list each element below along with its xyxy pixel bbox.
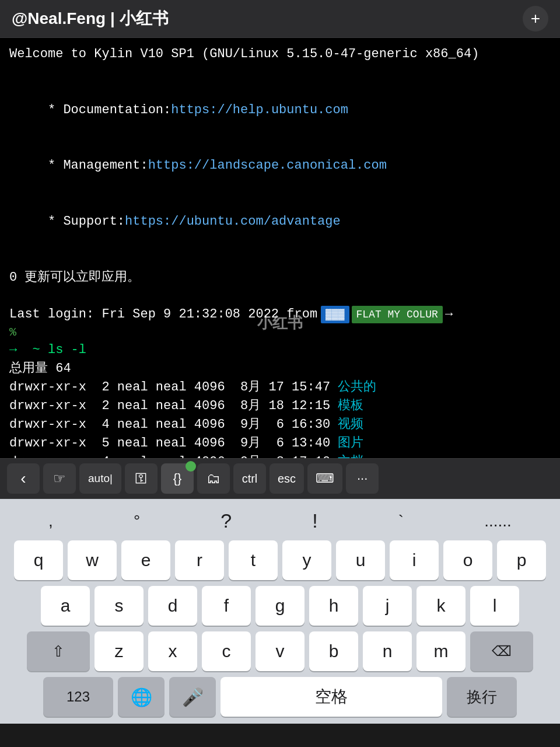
doc-line: * Documentation:https://help.ubuntu.com <box>9 82 551 138</box>
welcome-line: Welcome to Kylin V10 SP1 (GNU/Linux 5.15… <box>9 45 551 64</box>
watermark: 小红书 <box>257 313 303 336</box>
ls-row-0: drwxr-xr-x 2 neal neal 4096 8月 17 15:47 … <box>9 378 551 397</box>
keyboard: , ° ? ! ` ...... q w e r t y u i o p a s… <box>0 499 560 724</box>
question-key[interactable]: ? <box>214 506 239 536</box>
return-key[interactable]: 换行 <box>447 677 517 717</box>
total-line: 总用量 64 <box>9 359 551 378</box>
active-indicator <box>186 461 196 472</box>
key-q[interactable]: q <box>14 540 63 580</box>
key-a[interactable]: a <box>41 586 90 626</box>
mgmt-line: * Management:https://landscape.canonical… <box>9 138 551 194</box>
bottom-key-row: 123 🌐 🎤 空格 换行 <box>0 677 560 724</box>
key-f[interactable]: f <box>202 586 251 626</box>
degree-key[interactable]: ° <box>127 508 147 534</box>
key-k[interactable]: k <box>416 586 466 626</box>
auto-button[interactable]: auto| <box>79 463 121 494</box>
special-key-row: , ° ? ! ` ...... <box>0 499 560 540</box>
exclamation-key[interactable]: ! <box>305 506 324 536</box>
space-key[interactable]: 空格 <box>220 677 442 717</box>
cmd-line: → ~ ls -l <box>9 341 551 359</box>
globe-key[interactable]: 🌐 <box>118 677 164 717</box>
comma-key[interactable]: , <box>41 508 60 534</box>
key-e[interactable]: e <box>121 540 170 580</box>
shift-key[interactable]: ⇧ <box>27 631 90 671</box>
key-y[interactable]: y <box>282 540 331 580</box>
key-z[interactable]: z <box>94 631 144 671</box>
key-g[interactable]: g <box>256 586 304 626</box>
key-row-2: a s d f g h j k l <box>4 586 556 626</box>
ip-badge: ▓▓▓ FLAT MY COLUR <box>321 306 443 323</box>
update-line: 0 更新可以立即应用。 <box>9 268 551 287</box>
more-button[interactable]: ··· <box>346 463 379 494</box>
key-l[interactable]: l <box>470 586 519 626</box>
add-tab-button[interactable]: + <box>523 6 548 32</box>
support-line: * Support:https://ubuntu.com/advantage <box>9 194 551 250</box>
key-i[interactable]: i <box>390 540 439 580</box>
key-button[interactable]: ⚿ <box>125 463 158 494</box>
ctrl-button[interactable]: ctrl <box>233 463 266 494</box>
key-m[interactable]: m <box>416 631 466 671</box>
keyboard-button[interactable]: ⌨ <box>307 463 342 494</box>
key-c[interactable]: c <box>202 631 251 671</box>
key-s[interactable]: s <box>94 586 144 626</box>
key-d[interactable]: d <box>148 586 197 626</box>
key-p[interactable]: p <box>497 540 546 580</box>
key-j[interactable]: j <box>363 586 412 626</box>
terminal-title: @Neal.Feng | 小红书 <box>12 8 169 30</box>
key-b[interactable]: b <box>309 631 358 671</box>
key-w[interactable]: w <box>68 540 117 580</box>
key-row-1: q w e r t y u i o p <box>4 540 556 580</box>
ls-row-3: drwxr-xr-x 5 neal neal 4096 9月 6 13:40 图… <box>9 434 551 453</box>
ls-row-1: drwxr-xr-x 2 neal neal 4096 8月 18 12:15 … <box>9 397 551 416</box>
mic-key[interactable]: 🎤 <box>169 677 216 717</box>
key-o[interactable]: o <box>443 540 492 580</box>
ls-row-2: drwxr-xr-x 4 neal neal 4096 9月 6 16:30 视… <box>9 416 551 434</box>
esc-button[interactable]: esc <box>270 463 304 494</box>
terminal-header: @Neal.Feng | 小红书 + <box>0 0 560 38</box>
touch-button[interactable]: ☞ <box>43 463 76 494</box>
key-h[interactable]: h <box>309 586 358 626</box>
backtick-key[interactable]: ` <box>391 508 411 534</box>
key-x[interactable]: x <box>148 631 197 671</box>
key-row-3: ⇧ z x c v b n m ⌫ <box>4 631 556 671</box>
toolbar: ‹ ☞ auto| ⚿ {} 🗂 ctrl esc ⌨ ··· <box>0 458 560 499</box>
dots-key[interactable]: ...... <box>477 508 519 534</box>
key-v[interactable]: v <box>256 631 304 671</box>
ls-row-4: drwxr-xr-x 4 neal neal 4096 9月 8 17:10 文… <box>9 453 551 458</box>
backspace-key[interactable]: ⌫ <box>470 631 533 671</box>
terminal-output: Welcome to Kylin V10 SP1 (GNU/Linux 5.15… <box>0 38 560 458</box>
key-u[interactable]: u <box>336 540 385 580</box>
keyboard-rows: q w e r t y u i o p a s d f g h j k l ⇧ … <box>0 540 560 671</box>
key-n[interactable]: n <box>363 631 412 671</box>
key-r[interactable]: r <box>175 540 224 580</box>
key-t[interactable]: t <box>229 540 278 580</box>
num-key[interactable]: 123 <box>43 677 113 717</box>
back-button[interactable]: ‹ <box>7 463 40 494</box>
braces-button-container: {} <box>161 463 194 494</box>
folder-button[interactable]: 🗂 <box>197 463 230 494</box>
